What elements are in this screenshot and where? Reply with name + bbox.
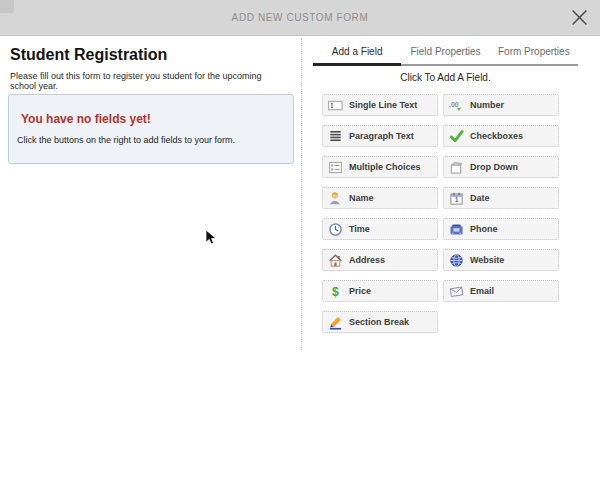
empty-state-box: You have no fields yet! Click the button… [8,94,294,164]
add-field-button-time[interactable]: Time [322,218,438,240]
tab-field-properties[interactable]: Field Properties [401,42,489,64]
clock-icon [328,222,343,237]
field-buttons-grid: Single Line Text .00 Number Paragraph Te… [322,94,559,333]
add-field-button-drop-down[interactable]: Drop Down [443,156,559,178]
form-description: Please fill out this form to register yo… [10,71,290,91]
field-button-label: Single Line Text [349,100,417,110]
add-field-button-price[interactable]: $ Price [322,280,438,302]
field-button-label: Checkboxes [470,131,523,141]
field-button-label: Address [349,255,385,265]
add-field-button-single-line-text[interactable]: Single Line Text [322,94,438,116]
tab-form-properties[interactable]: Form Properties [490,42,578,64]
svg-text:$: $ [332,285,339,299]
field-button-label: Multiple Choices [349,162,421,172]
checkboxes-icon [449,129,464,144]
house-icon [328,253,343,268]
field-button-label: Name [349,193,374,203]
field-panel: Add a Field Field Properties Form Proper… [302,36,600,488]
field-button-label: Date [470,193,490,203]
field-button-label: Paragraph Text [349,131,414,141]
form-title: Student Registration [10,46,300,64]
add-field-button-paragraph-text[interactable]: Paragraph Text [322,125,438,147]
field-button-label: Phone [470,224,498,234]
add-field-button-multiple-choices[interactable]: Multiple Choices [322,156,438,178]
add-field-instruction: Click To Add A Field. [313,72,578,83]
paragraph-text-icon [328,129,343,144]
dollar-icon: $ [328,284,343,299]
add-field-button-checkboxes[interactable]: Checkboxes [443,125,559,147]
envelope-icon [449,284,464,299]
add-field-button-number[interactable]: .00 Number [443,94,559,116]
field-panel-tabs: Add a Field Field Properties Form Proper… [313,42,578,66]
form-preview-panel: Student Registration Please fill out thi… [0,36,300,488]
number-icon: .00 [449,98,464,113]
pencil-icon [328,315,343,330]
globe-icon [449,253,464,268]
svg-text:1: 1 [455,196,459,203]
field-button-label: Email [470,286,494,296]
add-field-button-address[interactable]: Address [322,249,438,271]
modal-header: ADD NEW CUSTOM FORM [0,0,600,36]
field-button-label: Section Break [349,317,409,327]
close-icon[interactable] [571,9,588,26]
add-field-button-section-break[interactable]: Section Break [322,311,438,333]
add-field-button-name[interactable]: Name [322,187,438,209]
field-button-label: Time [349,224,370,234]
field-button-label: Website [470,255,504,265]
add-field-button-phone[interactable]: Phone [443,218,559,240]
field-button-label: Price [349,286,371,296]
modal-title: ADD NEW CUSTOM FORM [0,0,600,36]
single-line-text-icon [328,98,343,113]
add-field-button-date[interactable]: 1 Date [443,187,559,209]
calendar-icon: 1 [449,191,464,206]
svg-text:.00: .00 [449,100,459,107]
tab-add-a-field[interactable]: Add a Field [313,42,401,66]
empty-state-heading: You have no fields yet! [21,112,293,126]
multiple-choices-icon [328,160,343,175]
person-icon [328,191,343,206]
add-field-button-website[interactable]: Website [443,249,559,271]
field-button-label: Drop Down [470,162,518,172]
add-field-button-email[interactable]: Email [443,280,559,302]
add-custom-form-modal: ADD NEW CUSTOM FORM Student Registration… [0,0,600,488]
empty-state-message: Click the buttons on the right to add fi… [17,135,293,145]
field-button-label: Number [470,100,504,110]
phone-icon [449,222,464,237]
drop-down-icon [449,160,464,175]
